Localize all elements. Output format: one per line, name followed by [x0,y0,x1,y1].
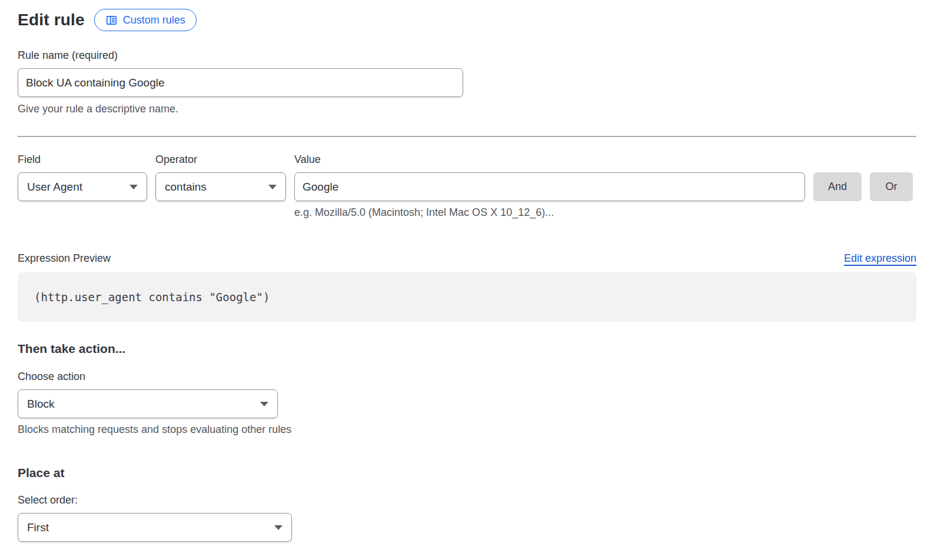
value-helper: e.g. Mozilla/5.0 (Macintosh; Intel Mac O… [294,206,805,219]
action-heading: Then take action... [18,342,916,356]
operator-select[interactable]: contains [155,172,286,201]
placement-section: Place at Select order: First [18,466,916,542]
field-select[interactable]: User Agent [18,172,147,201]
value-input[interactable] [294,172,805,201]
custom-rules-button-label: Custom rules [123,14,185,26]
select-order-label: Select order: [18,494,916,506]
custom-rules-button[interactable]: Custom rules [94,9,197,31]
expression-code-box: (http.user_agent contains "Google") [18,272,916,322]
field-select-value: User Agent [27,181,82,194]
page-header: Edit rule Custom rules [18,9,916,31]
choose-action-label: Choose action [18,371,916,383]
action-section: Then take action... Choose action Block … [18,342,916,436]
place-at-heading: Place at [18,466,916,480]
or-button[interactable]: Or [870,172,913,201]
operator-label: Operator [155,154,286,166]
action-select[interactable]: Block [18,389,278,418]
chevron-down-icon [260,402,268,406]
order-select-value: First [27,521,49,534]
expression-section: Expression Preview Edit expression (http… [18,252,916,322]
chevron-down-icon [268,185,277,189]
open-book-icon [105,14,118,26]
edit-expression-link[interactable]: Edit expression [844,252,916,265]
rule-name-label: Rule name (required) [18,49,916,62]
section-divider [18,136,916,137]
rule-name-section: Rule name (required) Give your rule a de… [18,49,916,115]
rule-name-input[interactable] [18,68,463,97]
edit-rule-page: Edit rule Custom rules Rule name (requir… [0,0,934,542]
page-title: Edit rule [18,11,85,29]
expression-header: Expression Preview Edit expression [18,252,916,265]
chevron-down-icon [129,185,138,189]
value-label: Value [294,154,805,166]
operator-select-value: contains [165,181,207,194]
expression-preview-label: Expression Preview [18,252,111,265]
rule-name-helper: Give your rule a descriptive name. [18,103,916,115]
expression-code: (http.user_agent contains "Google") [34,291,270,304]
action-select-value: Block [27,398,54,411]
order-select[interactable]: First [18,513,292,542]
field-label: Field [18,154,147,166]
action-helper: Blocks matching requests and stops evalu… [18,424,916,436]
condition-builder: Field Operator Value User Agent contains… [18,154,916,219]
and-button[interactable]: And [813,172,862,201]
chevron-down-icon [274,525,282,530]
